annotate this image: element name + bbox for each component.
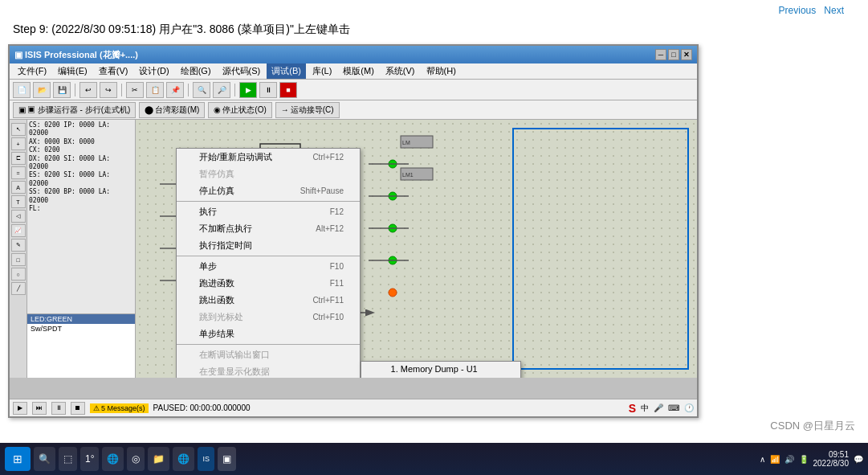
tool-text[interactable]: ✎ [11,239,26,252]
toolbar-sep4 [234,84,235,96]
component-list: LED:GREEN Sw/SPDT [27,313,135,378]
toolbar-save[interactable]: 💾 [53,82,71,98]
tool-pin[interactable]: ◁ [11,210,26,223]
menu-design[interactable]: 设计(D) [134,63,173,79]
menu-file[interactable]: 文件(F) [13,63,51,79]
toolbar-copy[interactable]: 📋 [146,82,164,98]
menu-edit[interactable]: 编辑(E) [53,63,92,79]
ctx-var-display-label: 在变量显示化数据 [199,366,270,378]
ctx-jump-cursor-label: 跳到光标处 [199,311,243,323]
tool-terminal[interactable]: T [11,195,26,208]
toolbar-undo[interactable]: ↩ [79,82,97,98]
toolbar-sep2 [121,84,122,96]
menu-debug[interactable]: 调试(B) [267,63,306,79]
ctx-step-result[interactable]: 单步结果 [177,326,360,342]
toolbar-new[interactable]: 📄 [13,82,31,98]
taskbar-folder[interactable]: 📁 [148,447,169,471]
toolbar-stop[interactable]: ■ [279,82,297,98]
ctx-step-result-label: 单步结果 [199,328,234,340]
window-title: ▣ ISIS Professional (花瓣+....) [14,49,138,61]
proteus-logo: S [629,402,636,415]
ctx-start-debug[interactable]: 开始/重新启动调试 Ctrl+F12 [177,149,360,166]
step-runner-btn[interactable]: ▣ ▣ 步骤运行器 - 步行(走式机) [13,102,136,118]
submenu-8086: 1. Memory Dump - U1 ✓ 2. Registers - U1 … [361,361,521,378]
ctx-var-display[interactable]: 在变量显示化数据 [177,363,360,378]
taskbar-notification[interactable]: 💬 [854,455,863,464]
ctx-sep3 [177,344,360,345]
tool-wire[interactable]: ⊏ [11,152,26,165]
minimize-button[interactable]: ─ [655,49,666,60]
taskbar-task-view[interactable]: ⬚ [59,447,77,471]
start-icon: ⊞ [13,452,22,465]
ctx-execute-shortcut: F12 [330,207,344,216]
ctx-step-out[interactable]: 跳出函数 Ctrl+F11 [177,292,360,309]
taskbar-start-button[interactable]: ⊞ [5,447,31,471]
component-led[interactable]: LED:GREEN [27,314,135,324]
toolbar-zoom-out[interactable]: 🔎 [213,82,230,98]
status-step-btn[interactable]: ⏭ [32,402,47,415]
tool-component[interactable]: + [11,137,26,150]
watermark: CSDN @日星月云 [770,419,855,433]
menu-help[interactable]: 帮助(H) [422,63,461,79]
toolbar-open[interactable]: 📂 [33,82,51,98]
toolbar-play[interactable]: ▶ [239,82,257,98]
canvas-area[interactable]: LM LM1 [136,120,697,378]
ctx-execute-no-bp[interactable]: 不加断点执行 Alt+F12 [177,220,360,237]
svg-point-12 [389,289,397,297]
sub-registers[interactable]: ✓ 2. Registers - U1 [361,376,520,378]
taskbar-camera[interactable]: ◎ [127,447,145,471]
taskbar-isis[interactable]: IS [198,447,214,471]
ctx-execute-time[interactable]: 执行指定时间 [177,237,360,254]
canvas-grid[interactable]: LM LM1 [136,120,697,378]
toolbar-pause[interactable]: ⏸ [259,82,277,98]
sub-memory-dump[interactable]: 1. Memory Dump - U1 [361,362,520,376]
ctx-pause[interactable]: 暂停仿真 [177,166,360,182]
motion-btn[interactable]: → 运动接导(C) [275,102,340,118]
warning-icon: ⚠ [93,404,100,412]
restore-button[interactable]: □ [668,49,679,60]
tool-circle[interactable]: ○ [11,268,26,280]
toolbar-paste[interactable]: 📌 [166,82,184,98]
status-play-btn[interactable]: ▶ [13,402,27,415]
taiwan-btn[interactable]: ⬤ 台湾彩题(M) [139,102,205,118]
motion-label: 运动接导(C) [291,104,334,116]
stop-state-btn[interactable]: ◉ 停止状态(O) [208,102,271,118]
menu-library[interactable]: 库(L) [308,63,336,79]
next-link[interactable]: Next [824,5,844,16]
taskbar-edge[interactable]: 🌐 [102,447,124,471]
tool-label[interactable]: A [11,181,26,194]
tool-box[interactable]: □ [11,253,26,266]
menu-draw[interactable]: 绘图(G) [176,63,216,79]
ctx-jump-cursor[interactable]: 跳到光标处 Ctrl+F10 [177,309,360,326]
taskbar-date-value: 2022/8/30 [813,459,850,468]
taskbar-search[interactable]: 🔍 [34,447,55,471]
component-sw[interactable]: Sw/SPDT [27,324,135,334]
status-stop-btn[interactable]: ⏹ [71,402,85,415]
taskbar-chevron[interactable]: ∧ [760,455,765,464]
ctx-step-shortcut: F10 [330,262,344,271]
ctx-step-in[interactable]: 跑进函数 F11 [177,275,360,292]
tool-arrow[interactable]: ↖ [11,123,26,136]
tool-line[interactable]: ╱ [11,282,26,295]
ctx-step[interactable]: 单步 F10 [177,258,360,275]
ctx-stop-shortcut: Shift+Pause [300,186,344,195]
toolbar-zoom-in[interactable]: 🔍 [193,82,210,98]
taskbar-temp[interactable]: 1° [80,447,99,471]
tool-bus[interactable]: = [11,166,26,179]
taskbar-app[interactable]: ▣ [218,447,236,471]
menu-template[interactable]: 模版(M) [338,63,379,79]
toolbar-redo[interactable]: ↪ [100,82,117,98]
ctx-debug-output[interactable]: 在断调试输出窗口 [177,346,360,363]
menu-system[interactable]: 系统(V) [381,63,420,79]
ctx-pause-label: 暂停仿真 [199,168,234,180]
previous-link[interactable]: Previous [779,5,817,16]
menu-source[interactable]: 源代码(S) [218,63,266,79]
tool-graph[interactable]: 📈 [11,224,26,237]
close-button[interactable]: ✕ [681,49,692,60]
ctx-stop[interactable]: 停止仿真 Shift+Pause [177,182,360,199]
taskbar-browser[interactable]: 🌐 [173,447,194,471]
status-pause-btn[interactable]: ⏸ [51,402,66,415]
menu-view[interactable]: 查看(V) [94,63,133,79]
toolbar-cut[interactable]: ✂ [126,82,144,98]
ctx-execute[interactable]: 执行 F12 [177,203,360,220]
